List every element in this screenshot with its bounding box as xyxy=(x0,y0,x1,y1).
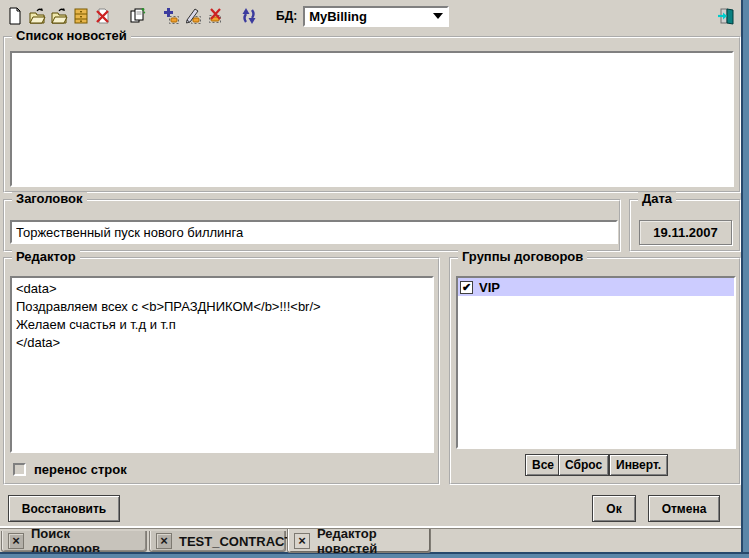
editor-textarea[interactable]: <data> Поздравляем всех с <b>ПРАЗДНИКОМ<… xyxy=(10,276,434,453)
date-group: Дата 19.11.2007 xyxy=(629,199,741,252)
news-list-title: Список новостей xyxy=(12,29,131,43)
tab-news-editor[interactable]: Редактор новостей xyxy=(287,529,431,553)
edit-icon[interactable] xyxy=(182,5,204,27)
tab-contract-search[interactable]: Поиск договоров xyxy=(1,531,147,552)
date-value: 19.11.2007 xyxy=(653,225,717,240)
date-group-label: Дата xyxy=(638,192,676,206)
refresh-icon[interactable] xyxy=(238,5,260,27)
select-all-button[interactable]: Все xyxy=(525,454,561,476)
reset-button[interactable]: Сброс xyxy=(558,454,609,476)
close-icon[interactable] xyxy=(156,533,172,549)
invert-button[interactable]: Инверт. xyxy=(609,454,668,476)
close-icon[interactable] xyxy=(8,533,24,549)
editor-group: Редактор <data> Поздравляем всех с <b>ПР… xyxy=(3,257,440,485)
contract-groups-list[interactable]: VIP xyxy=(456,276,736,449)
ok-button[interactable]: Ок xyxy=(592,495,636,522)
tab-label: Редактор новостей xyxy=(317,526,424,556)
list-item-label: VIP xyxy=(479,280,500,295)
word-wrap-label: перенос строк xyxy=(34,462,127,477)
close-icon[interactable] xyxy=(294,533,310,549)
tab-test-contract[interactable]: TEST_CONTRACT xyxy=(149,531,286,552)
contract-groups-group: Группы договоров VIP Все Сброс Инверт. xyxy=(449,257,741,485)
title-input[interactable] xyxy=(10,220,618,244)
cancel-button[interactable]: Отмена xyxy=(648,495,720,522)
contract-groups-label: Группы договоров xyxy=(458,250,587,264)
chevron-down-icon xyxy=(433,13,443,19)
checkbox-checked-icon[interactable] xyxy=(460,281,473,294)
db-label: БД: xyxy=(276,9,297,23)
news-editor-window: БД: MyBilling Список новостей Заголовок … xyxy=(0,0,749,558)
editor-group-label: Редактор xyxy=(12,250,80,264)
news-list-group: Список новостей xyxy=(3,36,741,193)
tab-label: TEST_CONTRACT xyxy=(179,534,292,549)
exit-icon[interactable] xyxy=(715,5,737,27)
archive-icon[interactable] xyxy=(70,5,92,27)
window-right-edge xyxy=(741,0,749,558)
open-icon[interactable] xyxy=(26,5,48,27)
remove-icon[interactable] xyxy=(204,5,226,27)
new-document-icon[interactable] xyxy=(4,5,26,27)
word-wrap-row: перенос строк xyxy=(13,462,127,477)
delete-document-icon[interactable] xyxy=(92,5,114,27)
db-selected-value: MyBilling xyxy=(309,9,367,24)
restore-button[interactable]: Восстановить xyxy=(8,495,120,522)
open-alt-icon[interactable] xyxy=(48,5,70,27)
db-select[interactable]: MyBilling xyxy=(303,6,449,27)
list-item[interactable]: VIP xyxy=(458,278,734,296)
add-icon[interactable] xyxy=(160,5,182,27)
date-field[interactable]: 19.11.2007 xyxy=(639,220,732,245)
title-group: Заголовок xyxy=(3,199,621,252)
title-group-label: Заголовок xyxy=(12,192,87,206)
word-wrap-checkbox[interactable] xyxy=(13,463,26,476)
copy-icon[interactable] xyxy=(126,5,148,27)
news-list[interactable] xyxy=(10,51,734,187)
